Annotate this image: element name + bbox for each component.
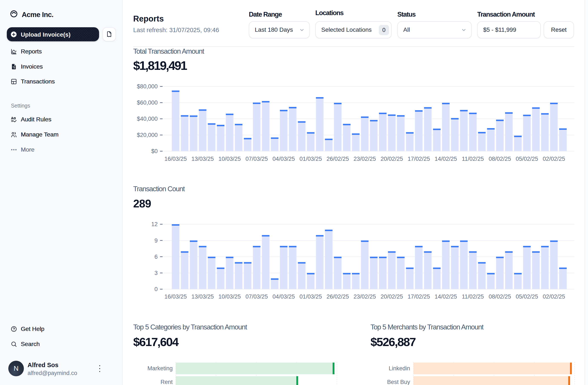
svg-text:3: 3 (154, 270, 158, 276)
svg-text:07/03/25: 07/03/25 (245, 293, 268, 300)
svg-text:20/02/25: 20/02/25 (380, 156, 403, 162)
svg-text:13/03/25: 13/03/25 (191, 156, 214, 162)
svg-text:26/02/25: 26/02/25 (327, 156, 349, 162)
svg-text:01/03/25: 01/03/25 (299, 156, 322, 162)
svg-text:$40,000: $40,000 (137, 116, 158, 122)
svg-text:$60,000: $60,000 (137, 100, 158, 106)
svg-text:13/03/25: 13/03/25 (191, 293, 214, 300)
svg-text:04/03/25: 04/03/25 (273, 293, 295, 300)
svg-text:08/02/25: 08/02/25 (489, 156, 511, 162)
svg-text:05/02/25: 05/02/25 (516, 293, 538, 300)
svg-text:11/02/25: 11/02/25 (462, 156, 484, 162)
svg-text:08/02/25: 08/02/25 (489, 293, 511, 300)
svg-text:20/02/25: 20/02/25 (380, 293, 403, 300)
svg-text:Best Buy: Best Buy (387, 379, 410, 385)
svg-text:02/02/25: 02/02/25 (543, 293, 565, 300)
svg-text:9: 9 (154, 237, 158, 244)
svg-text:23/02/25: 23/02/25 (354, 156, 376, 162)
svg-text:17/02/25: 17/02/25 (408, 156, 430, 162)
svg-text:0: 0 (154, 286, 158, 292)
svg-text:$20,000: $20,000 (137, 132, 158, 138)
svg-text:16/03/25: 16/03/25 (165, 293, 187, 300)
svg-text:14/02/25: 14/02/25 (435, 293, 457, 300)
svg-text:Rent: Rent (161, 379, 173, 385)
svg-text:11/02/25: 11/02/25 (462, 293, 484, 300)
svg-text:6: 6 (154, 254, 158, 260)
svg-text:17/02/25: 17/02/25 (408, 293, 430, 300)
svg-text:16/03/25: 16/03/25 (165, 156, 187, 162)
svg-text:$0: $0 (151, 148, 158, 154)
svg-text:23/02/25: 23/02/25 (354, 293, 376, 300)
svg-text:05/02/25: 05/02/25 (516, 156, 538, 162)
svg-text:07/03/25: 07/03/25 (245, 156, 268, 162)
svg-text:Linkedin: Linkedin (389, 365, 410, 372)
svg-text:04/03/25: 04/03/25 (273, 156, 295, 162)
svg-text:Marketing: Marketing (147, 365, 173, 372)
svg-text:26/02/25: 26/02/25 (327, 293, 349, 300)
svg-text:10/03/25: 10/03/25 (218, 293, 241, 300)
svg-text:12: 12 (151, 221, 158, 227)
svg-text:01/03/25: 01/03/25 (299, 293, 322, 300)
svg-text:$80,000: $80,000 (137, 83, 158, 90)
svg-text:10/03/25: 10/03/25 (218, 156, 241, 162)
svg-text:02/02/25: 02/02/25 (543, 156, 565, 162)
svg-text:14/02/25: 14/02/25 (435, 156, 457, 162)
